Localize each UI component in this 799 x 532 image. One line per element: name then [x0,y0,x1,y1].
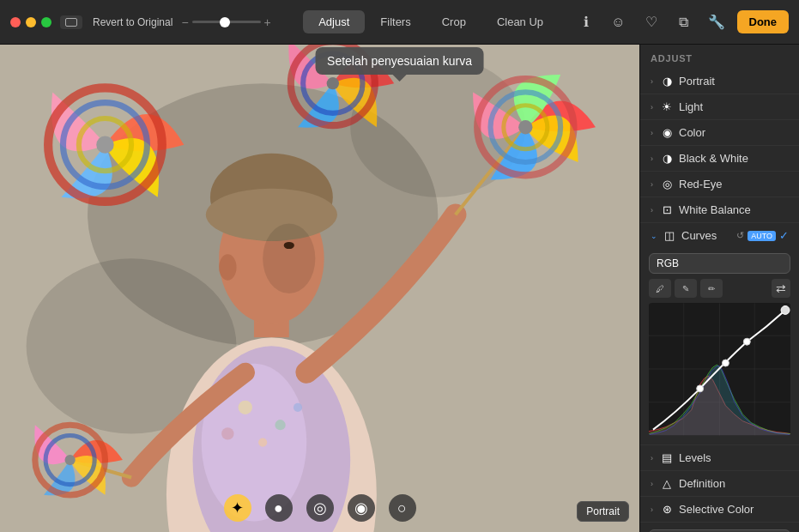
eyedropper-highlight-button[interactable]: ✏ [700,279,723,298]
chevron-right-icon: › [651,103,653,112]
chevron-right-icon: › [651,480,653,488]
light-label: Light [679,100,789,113]
svg-point-48 [781,305,790,314]
traffic-lights [10,17,51,27]
svg-point-47 [743,338,750,345]
redeye-label: Red-Eye [679,178,789,190]
curves-section: ⌄ ◫ Curves ↺ AUTO ✓ RGB Red Green Blue [640,223,799,445]
adjust-item-selective-color[interactable]: › ⊛ Selective Color [640,497,799,523]
ring-tool-button[interactable]: ○ [389,494,416,522]
chevron-right-icon: › [651,180,653,189]
tab-filters[interactable]: Filters [365,10,426,33]
adjust-item-definition[interactable]: › △ Definition [640,471,799,497]
definition-label: Definition [679,477,789,490]
adjust-item-portrait[interactable]: › ◑ Portrait [640,69,799,94]
dot-tool-button[interactable]: ◉ [348,494,375,522]
undo-icon: ↺ [736,230,744,241]
photo-display [0,45,639,532]
bw-label: Black & White [679,152,789,165]
curve-swap-button[interactable]: ⇄ [772,279,790,298]
circle-tool-button[interactable]: ● [265,494,293,522]
adjust-item-wb[interactable]: › ⊡ White Balance [640,197,799,223]
done-button[interactable]: Done [737,10,790,33]
curves-header[interactable]: ⌄ ◫ Curves ↺ AUTO ✓ [640,223,799,248]
svg-point-46 [722,360,729,366]
maximize-button[interactable] [41,17,51,27]
curves-auto-button[interactable]: AUTO [748,231,776,241]
zoom-slider[interactable]: − + [181,15,270,29]
wb-icon: ⊡ [660,203,674,216]
titlebar-actions: ℹ ☺ ♡ ⧉ 🔧 Done [574,10,790,34]
curve-svg [649,303,790,436]
eyedropper-highlight-icon: ✏ [708,284,715,293]
dot-icon: ◉ [354,499,368,517]
curve-tools: 🖊 ✎ ✏ ⇄ [649,279,790,298]
color-icon: ◉ [660,126,674,139]
portrait-label: Portrait [679,75,789,88]
svg-point-28 [96,136,113,153]
rgb-select-container: RGB Red Green Blue [649,253,790,274]
target-tool-button[interactable]: ◎ [306,494,334,522]
heart-icon: ♡ [645,14,657,30]
bw-icon: ◑ [660,152,674,165]
adjust-item-light[interactable]: › ☀ Light [640,94,799,120]
sun-tool-button[interactable]: ✦ [224,494,251,522]
window-mode-button[interactable] [60,15,82,29]
eyedropper-mid-button[interactable]: ✎ [675,279,697,298]
face-icon: ☺ [611,15,625,30]
info-button[interactable]: ℹ [574,10,598,34]
window-mode-icon [65,18,77,27]
face-button[interactable]: ☺ [607,10,631,34]
curves-icon: ◫ [663,229,676,242]
selective-color-label: Selective Color [679,503,789,516]
chevron-down-icon: ⌄ [651,232,657,240]
chevron-right-icon: › [651,206,653,215]
levels-icon: ▤ [660,451,674,464]
selective-color-icon: ⊛ [660,503,674,516]
circle-icon: ● [274,499,283,517]
share-button[interactable]: 🔧 [705,10,729,34]
svg-point-11 [294,403,302,412]
minimize-button[interactable] [26,17,36,27]
svg-point-24 [518,120,532,134]
svg-point-8 [275,420,285,430]
image-area[interactable]: ✦ ● ◎ ◉ ○ Portrait [0,45,639,532]
adjust-item-levels[interactable]: › ▤ Levels [640,445,799,471]
adjust-item-color[interactable]: › ◉ Color [640,120,799,146]
curves-label: Curves [681,229,731,242]
eyedropper-shadow-icon: 🖊 [656,284,664,293]
swap-icon: ⇄ [776,281,786,295]
portrait-badge-button[interactable]: Portrait [577,501,629,522]
definition-icon: △ [660,477,674,490]
wb-label: White Balance [679,203,789,216]
svg-point-16 [263,223,315,293]
revert-button[interactable]: Revert to Original [93,16,173,28]
titlebar: Revert to Original − + Adjust Filters Cr… [0,0,799,45]
chevron-right-icon: › [651,505,653,514]
heart-button[interactable]: ♡ [639,10,663,34]
tooltip-text: Setelah penyesuaian kurva [315,47,484,75]
adjust-item-bw[interactable]: › ◑ Black & White [640,146,799,172]
close-button[interactable] [10,17,21,27]
curve-histogram[interactable] [649,303,790,436]
tab-cleanup[interactable]: Clean Up [481,10,559,33]
rgb-select[interactable]: RGB Red Green Blue [649,253,790,274]
curves-actions: ↺ AUTO ✓ [736,229,789,242]
nav-tabs: Adjust Filters Crop Clean Up [288,10,574,33]
slider-plus-icon: + [264,15,271,29]
redeye-icon: ◎ [660,178,674,190]
adjust-item-redeye[interactable]: › ◎ Red-Eye [640,172,799,197]
svg-point-9 [258,438,267,447]
light-icon: ☀ [660,100,674,113]
tab-adjust[interactable]: Adjust [303,10,365,33]
tab-crop[interactable]: Crop [427,10,481,33]
svg-point-31 [65,455,76,465]
duplicate-button[interactable]: ⧉ [672,10,696,34]
panel-header: ADJUST [640,45,799,69]
portrait-icon: ◑ [660,75,674,88]
eyedropper-shadow-button[interactable]: 🖊 [649,279,671,298]
svg-point-7 [239,401,252,414]
chevron-right-icon: › [651,154,653,163]
slider-track [192,21,261,23]
ring-icon: ○ [397,499,407,517]
